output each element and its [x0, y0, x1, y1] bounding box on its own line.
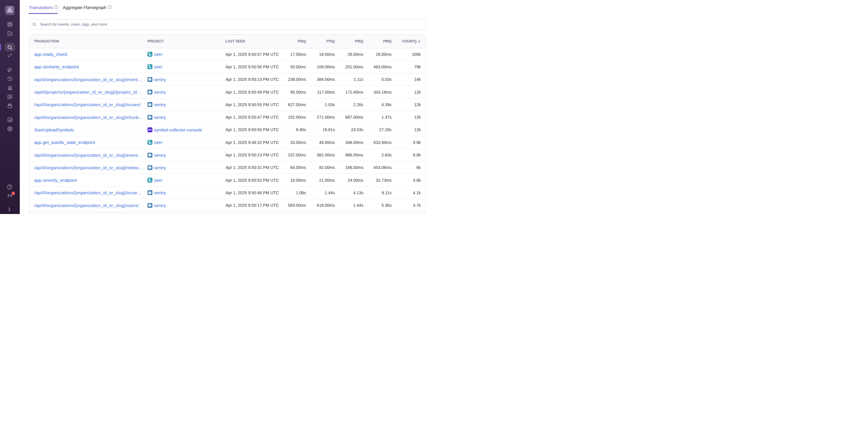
svg-text:?: ?: [109, 5, 111, 8]
svg-text:?: ?: [55, 5, 57, 8]
